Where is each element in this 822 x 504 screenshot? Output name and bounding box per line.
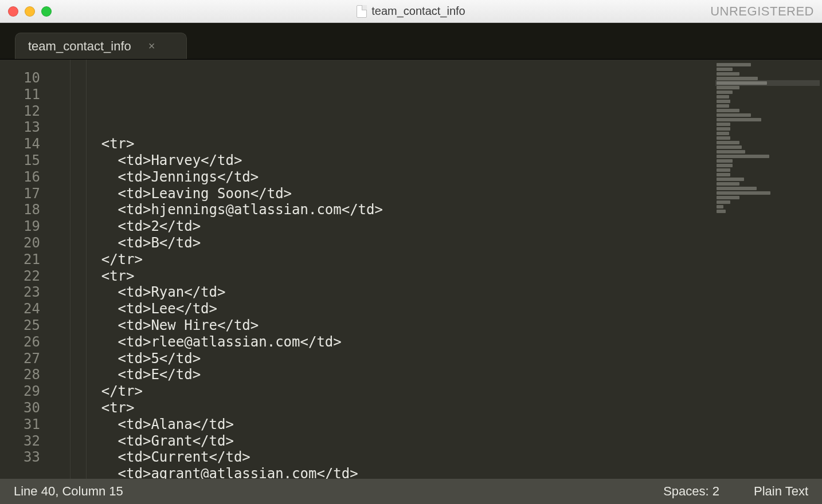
code-line: <td>Grant</td> bbox=[52, 433, 713, 450]
code-area[interactable]: <tr> <td>Harvey</td> <td>Jennings</td> <… bbox=[52, 60, 713, 479]
close-window-icon[interactable] bbox=[8, 6, 18, 17]
minimap-line bbox=[717, 200, 730, 204]
line-number: 15 bbox=[0, 152, 40, 169]
minimap-line bbox=[717, 210, 726, 213]
line-number: 13 bbox=[0, 119, 40, 136]
line-number: 23 bbox=[0, 284, 40, 301]
titlebar: team_contact_info UNREGISTERED bbox=[0, 0, 822, 23]
line-number: 24 bbox=[0, 301, 40, 317]
minimap-line bbox=[717, 187, 757, 190]
minimap-line bbox=[717, 182, 739, 186]
zoom-window-icon[interactable] bbox=[41, 6, 52, 17]
minimap-line bbox=[717, 68, 733, 71]
minimap-line bbox=[717, 127, 730, 131]
minimap-line bbox=[717, 164, 733, 167]
minimap-line bbox=[717, 132, 729, 135]
minimap-line bbox=[717, 159, 733, 163]
line-number: 12 bbox=[0, 103, 40, 120]
line-number: 19 bbox=[0, 218, 40, 235]
line-number: 27 bbox=[0, 351, 40, 367]
minimap-line bbox=[717, 191, 770, 195]
code-line: </tr> bbox=[52, 251, 713, 268]
code-line: <td>Leaving Soon</td> bbox=[52, 186, 713, 202]
line-number: 11 bbox=[0, 86, 40, 103]
minimap-line bbox=[717, 100, 730, 103]
line-number: 29 bbox=[0, 383, 40, 400]
code-line: <td>5</td> bbox=[52, 351, 713, 367]
minimap-line bbox=[717, 113, 751, 117]
code-line: <td>Current</td> bbox=[52, 449, 713, 466]
minimap-line bbox=[717, 141, 739, 144]
minimap-line bbox=[717, 104, 729, 108]
minimap-line bbox=[717, 123, 730, 126]
minimap-line bbox=[717, 95, 729, 99]
tab-team-contact-info[interactable]: team_contact_info × bbox=[15, 33, 187, 59]
line-number: 33 bbox=[0, 449, 40, 466]
minimap-line bbox=[717, 150, 745, 153]
minimap-line bbox=[717, 178, 744, 181]
tab-label: team_contact_info bbox=[28, 39, 131, 54]
line-number: 16 bbox=[0, 169, 40, 186]
status-bar: Line 40, Column 15 Spaces: 2 Plain Text bbox=[0, 479, 822, 504]
minimap-line bbox=[717, 136, 730, 140]
line-number: 14 bbox=[0, 136, 40, 152]
minimap-line bbox=[717, 155, 769, 158]
window-controls bbox=[8, 6, 52, 17]
line-number: 26 bbox=[0, 334, 40, 351]
line-number: 31 bbox=[0, 416, 40, 433]
code-line: <td>Ryan</td> bbox=[52, 284, 713, 301]
line-number: 18 bbox=[0, 202, 40, 218]
minimap-line bbox=[717, 86, 739, 89]
tab-bar: team_contact_info × bbox=[0, 23, 822, 60]
minimap-line bbox=[717, 196, 739, 199]
code-line: <tr> bbox=[52, 268, 713, 285]
close-tab-icon[interactable]: × bbox=[148, 40, 155, 53]
code-line: <td>hjennings@atlassian.com</td> bbox=[52, 202, 713, 218]
line-number: 25 bbox=[0, 317, 40, 334]
minimap-line bbox=[717, 72, 739, 76]
minimap-line bbox=[717, 90, 733, 94]
indent-guide bbox=[70, 60, 71, 479]
minimap-line bbox=[717, 168, 730, 172]
code-line: <td>New Hire</td> bbox=[52, 317, 713, 334]
document-icon bbox=[357, 5, 367, 18]
code-line: <tr> bbox=[52, 136, 713, 152]
line-number: 32 bbox=[0, 433, 40, 450]
indent-guide bbox=[86, 60, 87, 479]
indent-setting[interactable]: Spaces: 2 bbox=[663, 484, 719, 499]
code-line: <td>rlee@atlassian.com</td> bbox=[52, 334, 713, 351]
line-number: 30 bbox=[0, 400, 40, 416]
minimap-line bbox=[717, 109, 739, 112]
code-line: <td>2</td> bbox=[52, 218, 713, 235]
app-body: team_contact_info × 10111213141516171819… bbox=[0, 23, 822, 504]
code-line: <td>Lee</td> bbox=[52, 301, 713, 317]
editor[interactable]: 1011121314151617181920212223242526272829… bbox=[0, 60, 822, 479]
code-line: <td>E</td> bbox=[52, 367, 713, 383]
code-line: <td>Jennings</td> bbox=[52, 169, 713, 186]
line-number-gutter: 1011121314151617181920212223242526272829… bbox=[0, 60, 52, 479]
line-number: 17 bbox=[0, 186, 40, 202]
code-line: </tr> bbox=[52, 383, 713, 400]
code-line: <td>Harvey</td> bbox=[52, 152, 713, 169]
window-title-text: team_contact_info bbox=[371, 5, 465, 18]
minimap-line bbox=[717, 118, 761, 121]
minimize-window-icon[interactable] bbox=[25, 6, 35, 17]
minimap-line bbox=[717, 63, 751, 66]
code-line: <td>Alana</td> bbox=[52, 416, 713, 433]
line-number: 20 bbox=[0, 235, 40, 251]
line-number: 28 bbox=[0, 367, 40, 383]
line-number: 10 bbox=[0, 70, 40, 86]
code-line: <td>B</td> bbox=[52, 235, 713, 251]
window-title: team_contact_info bbox=[0, 5, 822, 18]
minimap-line bbox=[717, 173, 730, 176]
code-line: <tr> bbox=[52, 400, 713, 416]
line-number: 21 bbox=[0, 251, 40, 268]
minimap-viewport[interactable] bbox=[715, 80, 820, 86]
minimap-line bbox=[717, 145, 742, 149]
cursor-position[interactable]: Line 40, Column 15 bbox=[14, 484, 629, 499]
syntax-setting[interactable]: Plain Text bbox=[754, 484, 808, 499]
unregistered-label: UNREGISTERED bbox=[710, 0, 814, 22]
line-number: 22 bbox=[0, 268, 40, 285]
minimap-line bbox=[717, 205, 723, 208]
minimap[interactable] bbox=[713, 60, 822, 479]
